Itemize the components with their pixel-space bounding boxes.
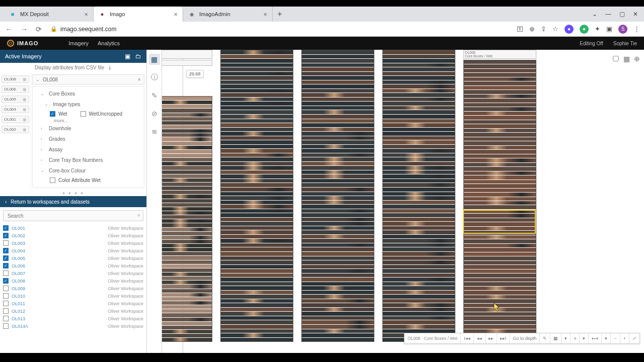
dataset-checkbox[interactable] [3, 240, 9, 246]
collection-pill[interactable]: OL006⊗ [2, 85, 29, 93]
close-icon[interactable]: × [138, 76, 141, 82]
dataset-checkbox[interactable]: ✓ [3, 255, 9, 261]
remove-icon[interactable]: ⊗ [23, 77, 27, 82]
tree-node[interactable]: ›Grades [36, 134, 141, 144]
dataset-name[interactable]: OL009 [12, 286, 25, 291]
remove-icon[interactable]: ⊗ [23, 87, 27, 92]
collection-pill[interactable]: OL001⊗ [2, 116, 29, 123]
grid-mode-icon[interactable]: ▦ [550, 333, 561, 343]
reload-button[interactable]: ⟳ [34, 25, 43, 33]
extensions-icon[interactable]: ✦ [595, 25, 600, 33]
dataset-checkbox[interactable] [3, 293, 9, 299]
dataset-checkbox[interactable]: ✓ [3, 248, 9, 253]
core-column[interactable] [301, 50, 374, 342]
app-logo[interactable]: IMAGO [7, 40, 38, 47]
close-icon[interactable]: × [174, 11, 178, 18]
core-column[interactable] [382, 50, 455, 342]
dataset-name[interactable]: OL001 [12, 226, 25, 231]
maximize-icon[interactable]: ▢ [619, 11, 625, 18]
chevron-down-icon[interactable]: ⌄ [592, 11, 597, 18]
forward-button[interactable]: → [19, 25, 29, 33]
rail-edit-icon[interactable]: ✎ [149, 90, 160, 101]
panel-resize-grip[interactable]: ● ● ● ● [0, 190, 146, 196]
nav-imagery[interactable]: Imagery [68, 40, 89, 46]
image-types-node[interactable]: ⌄ Image types [45, 99, 141, 110]
dataset-checkbox[interactable] [3, 301, 9, 306]
collection-pill[interactable]: OL004⊗ [2, 106, 29, 113]
dataset-name[interactable]: OL010 [12, 294, 25, 299]
rail-info-icon[interactable]: ⓘ [149, 72, 160, 83]
measure-icon[interactable]: ⟷ [588, 333, 601, 343]
tab-mxdeposit[interactable]: ■ MX Deposit × [4, 7, 94, 22]
star-icon[interactable]: ☆ [552, 25, 558, 33]
dataset-checkbox[interactable] [3, 286, 9, 291]
zoom-in-button[interactable]: + [620, 333, 629, 343]
core-column[interactable] [220, 50, 293, 342]
imagery-viewer[interactable]: 0 29.68 OL008Core Boxes / Wet 🖵 ▦ ⊕ OL00… [162, 50, 644, 353]
tab-imago[interactable]: ● Imago × [94, 7, 183, 22]
more-link[interactable]: more... [45, 118, 141, 123]
core-boxes-node[interactable]: ⌄ Core Boxes [36, 88, 141, 99]
collection-pill[interactable]: OL005⊗ [2, 96, 29, 103]
fullscreen-icon[interactable]: ⤢ [629, 333, 639, 343]
remove-icon[interactable]: ⊗ [23, 127, 27, 132]
window-collection-icon[interactable]: ▣ [606, 25, 612, 33]
search-input[interactable] [3, 210, 143, 221]
dataset-name[interactable]: OL005 [12, 256, 25, 261]
extension-2-icon[interactable]: ● [580, 25, 589, 34]
rail-lasso-icon[interactable]: ⊘ [149, 108, 160, 119]
goto-depth-button[interactable]: Go to depth [509, 333, 539, 343]
collection-pill[interactable]: OL002⊗ [2, 126, 29, 133]
close-icon[interactable]: ✕ [633, 11, 638, 18]
tree-node[interactable]: ›Core Tray Box Numbers [36, 155, 141, 165]
dataset-checkbox[interactable] [3, 270, 9, 276]
list-mode-icon[interactable]: ≡ [570, 333, 579, 343]
user-menu[interactable]: Sophie Tie [613, 41, 637, 46]
share-icon[interactable]: ⇪ [541, 25, 546, 33]
annotate-icon[interactable]: ✎ [539, 333, 550, 343]
camera-icon[interactable]: ▣ [125, 53, 130, 60]
dataset-name[interactable]: OL003 [12, 241, 25, 246]
dataset-checkbox[interactable] [3, 308, 9, 314]
core-column[interactable] [162, 50, 212, 342]
monitor-icon[interactable]: 🖵 [612, 55, 619, 63]
list-dropdown-icon[interactable]: ▾ [579, 333, 588, 343]
close-icon[interactable]: × [263, 11, 267, 18]
globe-icon[interactable]: ⊕ [634, 55, 640, 63]
url-input[interactable]: 🔒 imago.seequent.com [50, 26, 510, 33]
extension-1-icon[interactable]: ● [565, 25, 574, 34]
rail-layers-icon[interactable]: ≋ [149, 126, 160, 137]
clear-icon[interactable]: × [137, 212, 140, 218]
remove-icon[interactable]: ⊗ [23, 97, 27, 102]
remove-icon[interactable]: ⊗ [23, 117, 27, 122]
remove-icon[interactable]: ⊗ [23, 107, 27, 112]
tree-node[interactable]: ›Downhole [36, 123, 141, 134]
dataset-checkbox[interactable]: ✓ [3, 233, 9, 238]
dataset-checkbox[interactable] [3, 323, 9, 329]
nav-analytics[interactable]: Analytics [98, 40, 120, 46]
tree-root-header[interactable]: ⌄ OL008 × [32, 74, 144, 84]
next-button[interactable]: ▸▸ [485, 333, 497, 343]
dataset-name[interactable]: OL007 [12, 271, 25, 276]
folder-icon[interactable]: 🗀 [135, 53, 141, 60]
dataset-checkbox[interactable]: ✓ [3, 225, 9, 231]
dataset-name[interactable]: OL004 [12, 248, 25, 253]
collection-pill[interactable]: OL008⊗ [2, 75, 29, 83]
measure-dropdown-icon[interactable]: ▾ [601, 333, 610, 343]
dataset-checkbox[interactable] [3, 316, 9, 321]
checkbox-wet[interactable]: ✓ [50, 111, 55, 117]
dataset-name[interactable]: OL013 [12, 316, 25, 321]
dataset-name[interactable]: OL002 [12, 233, 25, 238]
zoom-out-button[interactable]: − [610, 333, 619, 343]
profile-avatar[interactable]: S [618, 25, 627, 34]
checkbox-color-attr-wet[interactable] [50, 177, 55, 183]
kebab-menu-icon[interactable]: ⋮ [633, 25, 640, 33]
last-button[interactable]: ▸▸I [497, 333, 510, 343]
minimize-icon[interactable]: — [605, 11, 611, 18]
checkbox-wetuncropped[interactable] [80, 111, 86, 117]
new-tab-button[interactable]: + [273, 7, 287, 21]
key-icon[interactable]: ⚿ [517, 25, 523, 33]
dataset-name[interactable]: OL012 [12, 309, 25, 314]
core-column[interactable]: OL008Core Boxes / Wet [463, 50, 536, 342]
prev-button[interactable]: ◂◂ [473, 333, 485, 343]
